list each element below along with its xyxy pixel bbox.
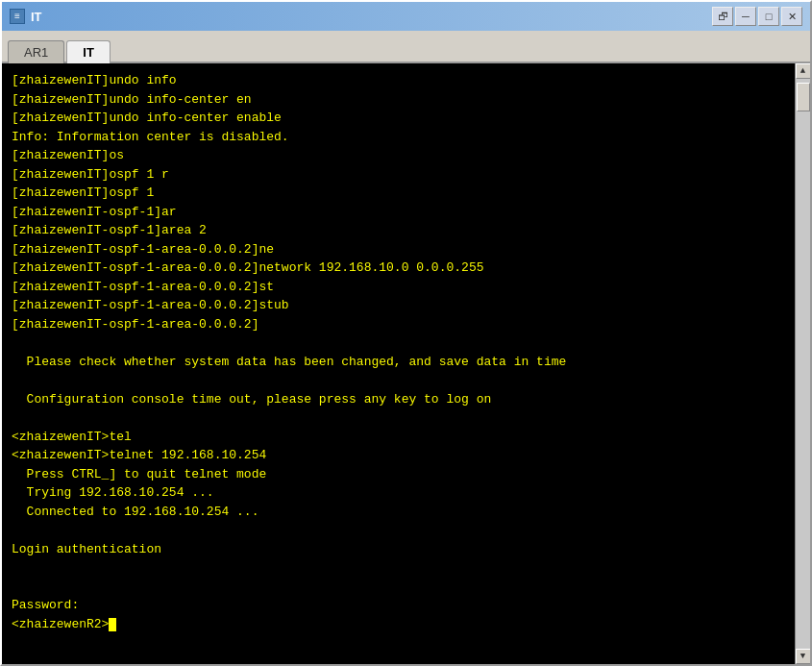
scrollbar: ▲ ▼ bbox=[795, 63, 810, 664]
app-icon-text: ≡ bbox=[14, 12, 20, 22]
terminal-line: [zhaizewenIT]os bbox=[12, 146, 785, 165]
terminal-line: [zhaizewenIT-ospf-1-area-0.0.0.2]stub bbox=[12, 296, 785, 315]
scroll-track[interactable] bbox=[796, 79, 810, 649]
restore-button[interactable]: 🗗 bbox=[712, 7, 733, 26]
main-window: ≡ IT 🗗 ─ □ ✕ AR1 IT [zhaize bbox=[0, 0, 812, 666]
terminal-output[interactable]: [zhaizewenIT]undo info[zhaizewenIT]undo … bbox=[2, 63, 795, 664]
terminal-line: Trying 192.168.10.254 ... bbox=[12, 483, 785, 503]
terminal-line-text: <zhaizewenR2> bbox=[12, 617, 109, 631]
terminal-line bbox=[12, 333, 785, 353]
terminal-line: [zhaizewenIT]ospf 1 bbox=[12, 184, 785, 203]
window-controls: 🗗 ─ □ ✕ bbox=[712, 7, 802, 26]
terminal-line: <zhaizewenR2> bbox=[12, 615, 785, 634]
terminal-line: [zhaizewenIT]undo info-center enable bbox=[12, 109, 785, 128]
terminal-line: <zhaizewenIT>telnet 192.168.10.254 bbox=[12, 446, 785, 465]
maximize-icon: □ bbox=[766, 11, 773, 22]
scroll-thumb[interactable] bbox=[797, 83, 810, 111]
tab-ar1-label: AR1 bbox=[24, 45, 48, 60]
terminal-line: Password: bbox=[12, 596, 785, 615]
terminal-line: [zhaizewenIT-ospf-1-area-0.0.0.2] bbox=[12, 315, 785, 334]
terminal-line bbox=[12, 578, 785, 597]
terminal-container: [zhaizewenIT]undo info[zhaizewenIT]undo … bbox=[2, 63, 810, 664]
terminal-line: Login authentication bbox=[12, 540, 785, 559]
terminal-line: Connected to 192.168.10.254 ... bbox=[12, 503, 785, 522]
window-title: IT bbox=[31, 10, 42, 24]
terminal-line bbox=[12, 371, 785, 390]
cursor-block bbox=[109, 618, 116, 631]
terminal-line: Please check whether system data has bee… bbox=[12, 353, 785, 372]
terminal-line: Configuration console time out, please p… bbox=[12, 390, 785, 409]
close-icon: ✕ bbox=[788, 11, 797, 23]
terminal-line bbox=[12, 408, 785, 428]
scroll-down-button[interactable]: ▼ bbox=[796, 649, 811, 664]
terminal-line: [zhaizewenIT-ospf-1]ar bbox=[12, 203, 785, 222]
terminal-line bbox=[12, 521, 785, 540]
terminal-line: [zhaizewenIT-ospf-1-area-0.0.0.2]network… bbox=[12, 259, 785, 278]
terminal-line: [zhaizewenIT]ospf 1 r bbox=[12, 165, 785, 185]
tab-it-label: IT bbox=[83, 45, 94, 60]
close-button[interactable]: ✕ bbox=[781, 7, 802, 26]
app-icon: ≡ bbox=[10, 9, 25, 24]
terminal-line: Press CTRL_] to quit telnet mode bbox=[12, 465, 785, 484]
terminal-line: [zhaizewenIT]undo info-center en bbox=[12, 90, 785, 110]
terminal-line: [zhaizewenIT-ospf-1-area-0.0.0.2]ne bbox=[12, 240, 785, 259]
title-bar: ≡ IT 🗗 ─ □ ✕ bbox=[2, 2, 810, 31]
title-bar-left: ≡ IT bbox=[10, 9, 42, 24]
terminal-line: [zhaizewenIT-ospf-1-area-0.0.0.2]st bbox=[12, 278, 785, 297]
terminal-line: [zhaizewenIT-ospf-1]area 2 bbox=[12, 221, 785, 240]
restore-icon: 🗗 bbox=[718, 11, 728, 22]
terminal-line: <zhaizewenIT>tel bbox=[12, 428, 785, 447]
minimize-icon: ─ bbox=[742, 11, 750, 22]
tab-bar: AR1 IT bbox=[2, 31, 810, 63]
terminal-line: Info: Information center is disabled. bbox=[12, 128, 785, 147]
tab-ar1[interactable]: AR1 bbox=[8, 40, 64, 63]
terminal-line: [zhaizewenIT]undo info bbox=[12, 71, 785, 90]
scroll-up-button[interactable]: ▲ bbox=[796, 63, 811, 79]
maximize-button[interactable]: □ bbox=[758, 7, 779, 26]
terminal-line bbox=[12, 558, 785, 578]
tab-it[interactable]: IT bbox=[66, 40, 111, 63]
minimize-button[interactable]: ─ bbox=[735, 7, 756, 26]
